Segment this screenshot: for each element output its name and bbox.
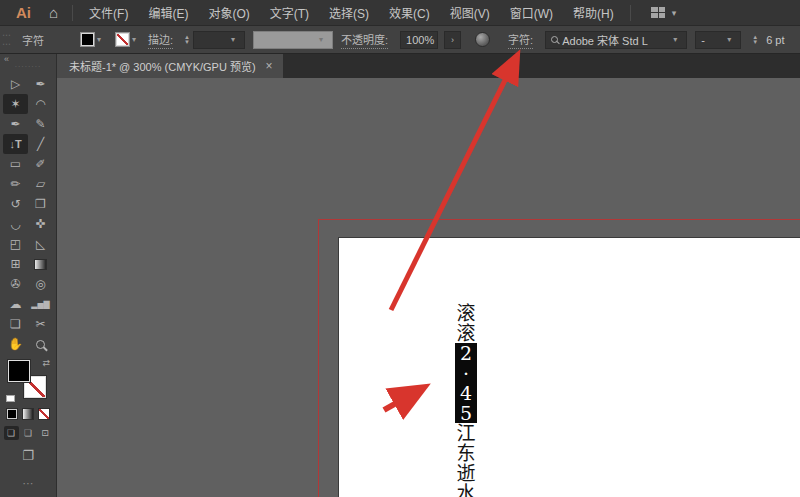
panel-drag-grip[interactable]: ········ [0, 64, 56, 72]
chevron-down-icon: ▾ [673, 35, 677, 44]
fill-color-swatch[interactable] [80, 32, 95, 47]
blend-tool[interactable]: ◎ [28, 274, 53, 294]
menu-select[interactable]: 选择(S) [319, 4, 379, 21]
hand-icon: ✋ [8, 337, 23, 351]
shaper-tool[interactable]: ✏ [3, 174, 28, 194]
magic-wand-tool[interactable]: ✶ [3, 94, 28, 114]
opacity-label[interactable]: 不透明度: [341, 31, 388, 49]
free-transform-tool[interactable]: ❐ [28, 194, 53, 214]
fill-swatch[interactable] [8, 360, 30, 382]
eyedropper-tool[interactable]: ✇ [3, 274, 28, 294]
width-tool[interactable]: ◡ [3, 214, 28, 234]
line-segment-tool[interactable]: ╱ [28, 134, 53, 154]
bleed-guide-top [318, 219, 800, 220]
text-char: 水 [455, 483, 477, 497]
document-tab[interactable]: 未标题-1* @ 300% (CMYK/GPU 预览) × [57, 54, 283, 78]
control-bar: ⋮⋮ 字符 ▾ ▾ 描边: ▲ ▼ ▾ ▾ 不透明度: 100% › 字符: A… [0, 26, 800, 54]
character-label[interactable]: 字符: [508, 31, 533, 49]
vertical-type-icon: ↓T [9, 138, 21, 150]
magic-wand-icon: ✶ [10, 97, 20, 111]
magnifier-icon [36, 340, 45, 349]
artboard-tool[interactable]: ❏ [3, 314, 28, 334]
color-button[interactable] [6, 408, 18, 420]
screen-mode-icon[interactable]: ❐ [0, 448, 56, 463]
rotate-tool[interactable]: ↺ [3, 194, 28, 214]
selected-char: 4 [455, 383, 477, 403]
vertical-text-object[interactable]: 滚 滚 2 · 4 5 江 东 逝 水 [455, 303, 477, 497]
lasso-tool[interactable]: ◠ [28, 94, 53, 114]
chevron-down-icon[interactable]: ▾ [97, 35, 101, 44]
workspace-switcher-icon[interactable] [651, 7, 666, 19]
opacity-options-button[interactable]: › [444, 31, 461, 49]
puppet-warp-tool[interactable]: ✜ [28, 214, 53, 234]
symbol-sprayer-tool[interactable]: ☁ [3, 294, 28, 314]
shape-builder-icon: ◰ [10, 237, 21, 251]
stroke-color-swatch[interactable] [115, 32, 130, 47]
menu-object[interactable]: 对象(O) [198, 4, 259, 21]
curvature-tool[interactable]: ✎ [28, 114, 53, 134]
blend-icon: ◎ [35, 277, 45, 291]
paintbrush-tool[interactable]: ✐ [28, 154, 53, 174]
menu-file[interactable]: 文件(F) [79, 4, 138, 21]
font-size-control[interactable]: ▲ ▼ 6 pt [749, 31, 797, 49]
color-type-buttons [0, 408, 56, 420]
variable-width-dropdown[interactable]: ▾ [253, 31, 333, 49]
panel-grip[interactable]: ⋮⋮ [2, 31, 11, 49]
document-tab-title: 未标题-1* @ 300% (CMYK/GPU 预览) [69, 58, 256, 74]
stroke-weight-stepper[interactable]: ▲ ▼ [184, 35, 190, 45]
none-button[interactable] [38, 408, 50, 420]
artboard[interactable] [338, 237, 800, 497]
perspective-grid-tool[interactable]: ◺ [28, 234, 53, 254]
chevron-down-icon[interactable]: ▾ [672, 8, 677, 18]
zoom-tool[interactable] [28, 334, 53, 354]
menu-effect[interactable]: 效果(C) [379, 4, 440, 21]
menu-window[interactable]: 窗口(W) [500, 4, 563, 21]
menu-type[interactable]: 文字(T) [260, 4, 319, 21]
menu-view[interactable]: 视图(V) [440, 4, 500, 21]
rectangle-tool[interactable]: ▭ [3, 154, 28, 174]
opacity-value-field[interactable]: 100% [400, 31, 438, 49]
selected-char: 5 [455, 403, 477, 423]
draw-inside-button[interactable]: ⊡ [38, 426, 53, 440]
rectangle-icon: ▭ [10, 157, 21, 171]
recolor-artwork-icon[interactable] [475, 32, 490, 47]
home-icon[interactable]: ⌂ [49, 4, 58, 21]
font-size-field[interactable]: 6 pt [761, 31, 797, 49]
menu-edit[interactable]: 编辑(E) [138, 4, 198, 21]
canvas[interactable]: 滚 滚 2 · 4 5 江 东 逝 水 [57, 78, 800, 497]
pen-tool[interactable]: ✒ [3, 114, 28, 134]
stroke-label[interactable]: 描边: [148, 31, 173, 49]
font-size-stepper[interactable]: ▲ ▼ [752, 35, 758, 45]
hand-tool[interactable]: ✋ [3, 334, 28, 354]
pen-icon: ✒ [10, 117, 20, 131]
tool-panel: « ········ ▷ ✒ ✶ ◠ ✒ ✎ ↓T ╱ ▭ ✐ ✏ ▱ ↺ ❐ … [0, 54, 57, 497]
vertical-type-tool[interactable]: ↓T [3, 134, 28, 154]
draw-normal-button[interactable]: ❏ [4, 426, 19, 440]
step-down-icon[interactable]: ▼ [752, 40, 758, 45]
eraser-icon: ▱ [36, 177, 45, 191]
column-graph-tool[interactable]: ▂▅▇ [28, 294, 53, 314]
gradient-button[interactable] [22, 408, 34, 420]
stroke-weight-dropdown[interactable]: ▾ [193, 31, 245, 49]
default-fill-stroke-icon[interactable] [6, 395, 15, 402]
shape-builder-tool[interactable]: ◰ [3, 234, 28, 254]
menu-help[interactable]: 帮助(H) [563, 4, 624, 21]
add-anchor-point-tool[interactable]: ✒ [28, 74, 53, 94]
font-style-dropdown[interactable]: - ▾ [695, 31, 741, 49]
step-down-icon[interactable]: ▼ [184, 40, 190, 45]
eraser-tool[interactable]: ▱ [28, 174, 53, 194]
text-char: 滚 [455, 323, 477, 343]
swap-fill-stroke-icon[interactable]: ⇄ [42, 358, 50, 368]
direct-selection-tool[interactable]: ▷ [3, 74, 28, 94]
edit-toolbar-icon[interactable]: ⋯ [0, 477, 56, 490]
app-logo: Ai [16, 4, 31, 21]
slice-tool[interactable]: ✂ [28, 314, 53, 334]
draw-behind-button[interactable]: ❏ [21, 426, 36, 440]
gradient-tool[interactable] [28, 254, 53, 274]
search-icon [551, 36, 558, 43]
font-family-dropdown[interactable]: Adobe 宋体 Std L ▾ [545, 31, 687, 49]
artboard-icon: ❏ [10, 317, 21, 331]
close-icon[interactable]: × [266, 59, 273, 73]
chevron-down-icon[interactable]: ▾ [132, 35, 136, 44]
mesh-tool[interactable]: ⊞ [3, 254, 28, 274]
